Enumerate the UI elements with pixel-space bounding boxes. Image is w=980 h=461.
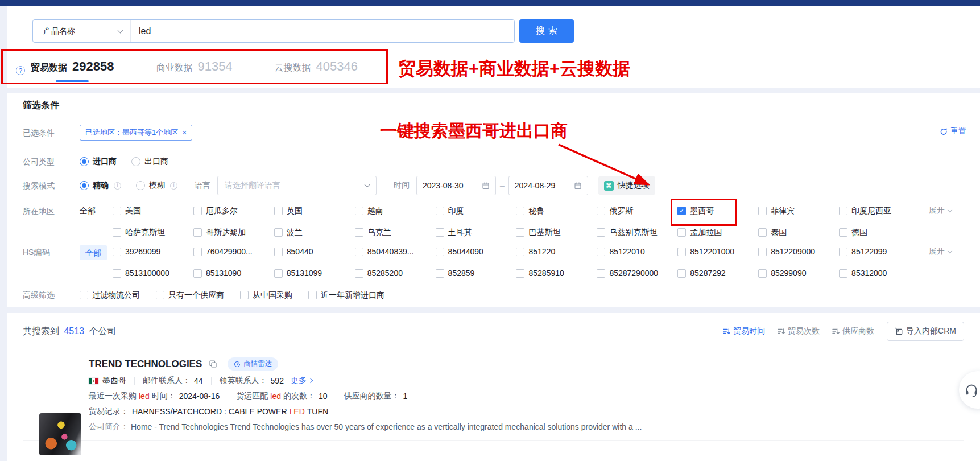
checkbox-item[interactable]: 只有一个供应商 <box>156 289 224 301</box>
radio-option[interactable]: 精确 i <box>80 180 121 191</box>
checkbox-item[interactable]: 巴基斯坦 <box>516 226 597 238</box>
checkbox-box-icon[interactable] <box>516 207 524 215</box>
checkbox-item[interactable]: 85122010 <box>597 245 677 258</box>
checkbox-box-icon[interactable] <box>677 248 686 256</box>
checkbox-box-icon[interactable] <box>597 207 605 215</box>
checkbox-box-icon[interactable] <box>677 207 686 215</box>
checkbox-item[interactable]: 近一年新增进口商 <box>308 289 384 301</box>
checkbox-item[interactable]: 印度 <box>436 204 516 217</box>
date-start-input[interactable]: 2023-08-30 <box>416 176 496 195</box>
checkbox-item[interactable]: 秘鲁 <box>516 204 597 217</box>
region-all-option[interactable]: 全部 <box>80 204 113 217</box>
help-icon[interactable]: ? <box>16 66 25 75</box>
checkbox-item[interactable]: 德国 <box>839 226 920 238</box>
checkbox-box-icon[interactable] <box>274 269 283 278</box>
checkbox-box-icon[interactable] <box>597 248 605 256</box>
checkbox-item[interactable]: 850440 <box>274 245 355 258</box>
checkbox-box-icon[interactable] <box>436 228 444 237</box>
checkbox-item[interactable]: 85131099 <box>274 267 355 279</box>
checkbox-item[interactable]: 美国 <box>113 204 193 217</box>
checkbox-box-icon[interactable] <box>839 269 847 278</box>
checkbox-item[interactable]: 852859 <box>436 267 516 279</box>
checkbox-box-icon[interactable] <box>193 207 202 215</box>
checkbox-box-icon[interactable] <box>436 207 444 215</box>
checkbox-item[interactable]: 哥斯达黎加 <box>193 226 274 238</box>
quick-options-button[interactable]: ⌘ 快捷选项 <box>598 176 655 195</box>
checkbox-item[interactable]: 哈萨克斯坦 <box>113 226 193 238</box>
checkbox-box-icon[interactable] <box>156 291 164 299</box>
checkbox-item[interactable]: 8513100000 <box>113 267 193 279</box>
checkbox-box-icon[interactable] <box>758 228 767 237</box>
checkbox-box-icon[interactable] <box>113 207 121 215</box>
search-input[interactable] <box>131 20 514 42</box>
checkbox-box-icon[interactable] <box>516 248 524 256</box>
checkbox-box-icon[interactable] <box>355 269 363 278</box>
radar-badge[interactable]: 商情雷达 <box>228 357 278 371</box>
checkbox-box-icon[interactable] <box>839 207 847 215</box>
data-tab[interactable]: 商业数据 91354 <box>156 59 232 82</box>
checkbox-box-icon[interactable] <box>193 228 202 237</box>
checkbox-box-icon[interactable] <box>274 248 283 256</box>
checkbox-item[interactable]: 85285200 <box>355 267 436 279</box>
data-tab[interactable]: 云搜数据 405346 <box>275 59 358 82</box>
language-select[interactable]: 请选择翻译语言 <box>217 176 377 195</box>
checkbox-item[interactable]: 菲律宾 <box>758 204 839 217</box>
selected-region-tag[interactable]: 已选地区：墨西哥等1个地区 × <box>80 125 192 141</box>
search-button[interactable]: 搜索 <box>519 19 574 43</box>
checkbox-box-icon[interactable] <box>758 248 767 256</box>
checkbox-item[interactable]: 乌克兰 <box>355 226 436 238</box>
checkbox-box-icon[interactable] <box>193 269 202 278</box>
company-thumbnail[interactable] <box>39 413 81 455</box>
checkbox-box-icon[interactable] <box>355 228 363 237</box>
checkbox-box-icon[interactable] <box>308 291 317 299</box>
data-tab[interactable]: 贸易数据 292858 <box>31 59 114 82</box>
checkbox-box-icon[interactable] <box>677 269 686 278</box>
checkbox-item[interactable]: 土耳其 <box>436 226 516 238</box>
checkbox-item[interactable]: 从中国采购 <box>240 289 292 301</box>
checkbox-item[interactable]: 85122099 <box>839 245 920 258</box>
checkbox-item[interactable]: 85312000 <box>839 267 920 279</box>
search-category-select[interactable]: 产品名称 <box>33 20 131 42</box>
checkbox-item[interactable]: 8512201000 <box>677 245 758 258</box>
checkbox-item[interactable]: 851220 <box>516 245 597 258</box>
checkbox-item[interactable]: 泰国 <box>758 226 839 238</box>
checkbox-item[interactable]: 厄瓜多尔 <box>193 204 274 217</box>
checkbox-box-icon[interactable] <box>274 228 283 237</box>
checkbox-item[interactable]: 8512209000 <box>758 245 839 258</box>
checkbox-box-icon[interactable] <box>436 248 444 256</box>
checkbox-item[interactable]: 85131090 <box>193 267 274 279</box>
sort-button[interactable]: 贸易时间 <box>723 326 765 336</box>
checkbox-box-icon[interactable] <box>677 228 686 237</box>
checkbox-box-icon[interactable] <box>516 269 524 278</box>
checkbox-item[interactable]: 85285910 <box>516 267 597 279</box>
date-end-input[interactable]: 2024-08-29 <box>508 176 588 195</box>
checkbox-box-icon[interactable] <box>597 269 605 278</box>
checkbox-item[interactable]: 英国 <box>274 204 355 217</box>
checkbox-box-icon[interactable] <box>516 228 524 237</box>
checkbox-item[interactable]: 85287290000 <box>597 267 677 279</box>
sort-button[interactable]: 贸易次数 <box>778 326 820 336</box>
checkbox-item[interactable]: 过滤物流公司 <box>80 289 140 301</box>
checkbox-box-icon[interactable] <box>355 207 363 215</box>
checkbox-box-icon[interactable] <box>839 228 847 237</box>
checkbox-box-icon[interactable] <box>274 207 283 215</box>
checkbox-box-icon[interactable] <box>436 269 444 278</box>
checkbox-box-icon[interactable] <box>355 248 363 256</box>
checkbox-item[interactable]: 波兰 <box>274 226 355 238</box>
checkbox-item[interactable]: 孟加拉国 <box>677 226 758 238</box>
checkbox-item[interactable]: 越南 <box>355 204 436 217</box>
copy-icon[interactable] <box>209 360 217 368</box>
sort-button[interactable]: 供应商数 <box>832 326 874 336</box>
checkbox-item[interactable]: 39269099 <box>113 245 193 258</box>
checkbox-item[interactable]: 俄罗斯 <box>597 204 677 217</box>
more-link[interactable]: 更多 <box>291 376 312 386</box>
checkbox-box-icon[interactable] <box>758 207 767 215</box>
hs-expand-button[interactable]: 展开 <box>929 246 952 257</box>
hs-all-option[interactable]: 全部 <box>80 245 107 260</box>
company-name[interactable]: TREND TECHNOLOGIES <box>89 359 202 370</box>
checkbox-item[interactable]: 墨西哥 <box>677 204 758 217</box>
radio-option[interactable]: 模糊 i <box>136 180 177 191</box>
region-expand-button[interactable]: 展开 <box>929 205 952 216</box>
checkbox-box-icon[interactable] <box>758 269 767 278</box>
checkbox-item[interactable]: 印度尼西亚 <box>839 204 920 217</box>
